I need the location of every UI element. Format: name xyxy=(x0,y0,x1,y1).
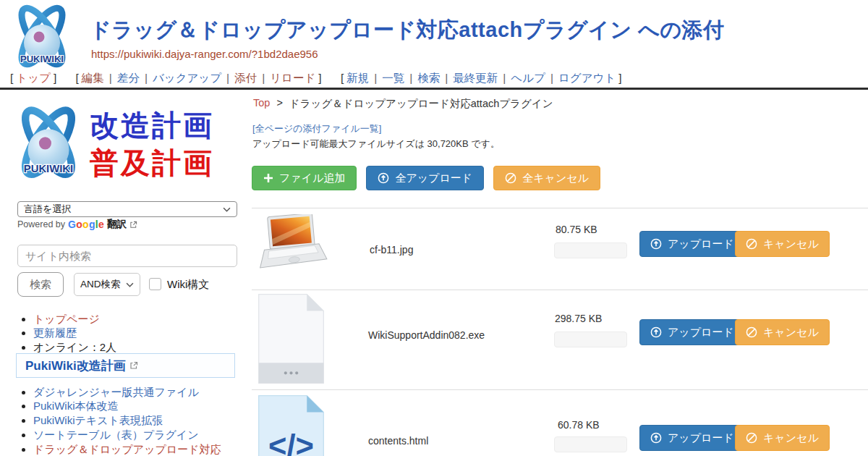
list-item: トップページ xyxy=(33,313,236,326)
site-logo-text: 改造計画 普及計画 xyxy=(90,106,214,182)
language-select-value: 言語を選択 xyxy=(24,203,71,216)
add-files-label: ファイル追加 xyxy=(279,172,345,185)
cancel-file-button[interactable]: キャンセル xyxy=(735,425,830,451)
plus-icon xyxy=(263,173,273,183)
upload-toolbar: ファイル追加 全アップロード 全キャンセル xyxy=(252,166,600,190)
sidebar-link-recent-changes[interactable]: 更新履歴 xyxy=(33,326,77,339)
external-link-icon xyxy=(129,221,137,229)
nav-link-list[interactable]: 一覧 xyxy=(382,72,404,84)
nav-link-reload[interactable]: リロード xyxy=(270,72,315,84)
cancel-label: キャンセル xyxy=(763,237,819,251)
cancel-all-button[interactable]: 全キャンセル xyxy=(493,166,600,190)
nav-link-attach[interactable]: 添付 xyxy=(234,72,257,84)
pukiwiki-logo[interactable]: PUKIWIKI xyxy=(6,3,78,71)
sidebar-link-core-mods[interactable]: PukiWiki本体改造 xyxy=(33,400,119,412)
separator: | xyxy=(262,72,265,84)
separator: | xyxy=(503,72,506,84)
separator: | xyxy=(445,72,448,84)
sidebar-link-text-ext[interactable]: PukiWikiテキスト表現拡張 xyxy=(33,414,163,426)
upload-all-label: 全アップロード xyxy=(395,172,472,185)
sidebar-link-common-files[interactable]: ダジャレンジャー版共通ファイル xyxy=(33,386,199,398)
nav-link-top[interactable]: トップ xyxy=(16,72,51,84)
breadcrumb-current: ドラッグ＆ドロップアップロード対応attachプラグイン xyxy=(289,97,553,111)
list-item: 更新履歴 xyxy=(33,326,236,339)
search-button[interactable]: 検索 xyxy=(17,272,64,297)
upload-file-button[interactable]: アップロード xyxy=(639,319,745,345)
bracket: ] xyxy=(318,72,321,84)
nav-link-search[interactable]: 検索 xyxy=(417,72,440,84)
cancel-circle-icon xyxy=(746,432,757,444)
chevron-down-icon xyxy=(223,207,231,212)
upload-circle-icon xyxy=(650,432,662,444)
logo-brand-text: PUKIWIKI xyxy=(20,54,64,64)
list-item: ソートテーブル（表）プラグイン xyxy=(33,428,236,442)
upload-file-button[interactable]: アップロード xyxy=(639,425,745,451)
separator: | xyxy=(109,72,112,84)
nav-link-backup[interactable]: バックアップ xyxy=(153,72,221,84)
sidebar-site-logo[interactable]: PUKIWIKI 改造計画 普及計画 xyxy=(7,100,239,188)
cancel-circle-icon xyxy=(746,238,757,250)
nav-link-recent[interactable]: 最終更新 xyxy=(453,72,498,84)
upload-label: アップロード xyxy=(668,431,734,445)
page-url-link[interactable]: https://pukiwiki.dajya-ranger.com/?1bd2d… xyxy=(91,48,318,60)
google-logo: Google xyxy=(68,219,104,230)
nav-divider xyxy=(0,88,868,90)
nav-link-new[interactable]: 新規 xyxy=(346,72,369,84)
search-mode-select[interactable]: AND検索 xyxy=(74,273,140,296)
sidebar-link-list-top: トップページ 更新履歴 オンライン：2人 xyxy=(19,311,236,355)
sidebar-link-toppage[interactable]: トップページ xyxy=(33,313,100,325)
generic-file-icon xyxy=(257,292,326,387)
nav-link-logout[interactable]: ログアウト xyxy=(558,72,616,84)
cancel-all-label: 全キャンセル xyxy=(522,172,589,185)
sidebar-link-dragdrop-attach[interactable]: ドラッグ＆ドロップアップロード対応attachプラグイン xyxy=(33,443,221,456)
bracket: [ xyxy=(76,72,79,84)
search-mode-value: AND検索 xyxy=(80,278,121,291)
separator: | xyxy=(226,72,229,84)
logo-brand-text: PUKIWIKI xyxy=(24,163,73,174)
powered-by-text: Powered by xyxy=(17,219,65,229)
upload-circle-icon xyxy=(650,238,662,250)
upload-circle-icon xyxy=(378,172,389,184)
nav-group-top: [トップ] xyxy=(7,72,59,84)
file-name: cf-b11.jpg xyxy=(370,244,413,256)
upload-file-button[interactable]: アップロード xyxy=(639,231,745,257)
breadcrumb-separator: > xyxy=(276,97,282,111)
row-divider xyxy=(252,389,868,390)
chevron-down-icon xyxy=(126,282,134,287)
cancel-circle-icon xyxy=(505,172,516,184)
nav-link-help[interactable]: ヘルプ xyxy=(511,72,545,84)
cancel-file-button[interactable]: キャンセル xyxy=(735,231,830,257)
list-item: PukiWiki本体改造 xyxy=(33,400,236,413)
progress-bar xyxy=(554,242,627,258)
breadcrumb: Top > ドラッグ＆ドロップアップロード対応attachプラグイン xyxy=(253,97,553,111)
sidebar-online-count: オンライン：2人 xyxy=(33,341,116,353)
site-search-input[interactable] xyxy=(17,245,237,267)
translate-label: 翻訳 xyxy=(107,218,127,231)
pukiwiki-attach-page: PUKIWIKI ドラッグ＆ドロップアップロード対応attachプラグイン への… xyxy=(0,0,868,456)
nav-group-page: [編集|差分|バックアップ|添付|リロード] xyxy=(73,72,325,84)
nav-link-diff[interactable]: 差分 xyxy=(117,72,140,84)
progress-bar xyxy=(554,332,627,347)
file-size: 80.75 KB xyxy=(556,224,597,235)
breadcrumb-top-link[interactable]: Top xyxy=(253,97,270,111)
add-files-button[interactable]: ファイル追加 xyxy=(252,166,357,190)
sidebar-link-sort-table[interactable]: ソートテーブル（表）プラグイン xyxy=(33,428,199,441)
file-name: WikiSupportAddin082.exe xyxy=(368,329,485,341)
list-item: ダジャレンジャー版共通ファイル xyxy=(33,386,236,399)
external-link-icon xyxy=(129,361,138,370)
language-select[interactable]: 言語を選択 xyxy=(17,201,237,217)
bracket: [ xyxy=(341,72,344,84)
html-file-icon: </> xyxy=(257,394,326,456)
cancel-file-button[interactable]: キャンセル xyxy=(735,319,830,345)
file-size: 298.75 KB xyxy=(555,313,602,324)
site-box-pukiwiki-kaizou[interactable]: PukiWiki改造計画 xyxy=(16,353,235,378)
list-item: オンライン：2人 xyxy=(33,341,236,354)
nav-link-edit[interactable]: 編集 xyxy=(82,72,104,84)
progress-bar xyxy=(554,436,627,452)
upload-label: アップロード xyxy=(668,326,734,339)
wiki-syntax-label: Wiki構文 xyxy=(167,278,209,292)
all-attachments-link[interactable]: [全ページの添付ファイル一覧] xyxy=(252,122,381,135)
list-item: PukiWikiテキスト表現拡張 xyxy=(33,414,236,427)
upload-all-button[interactable]: 全アップロード xyxy=(366,166,484,190)
wiki-syntax-checkbox[interactable] xyxy=(149,278,161,290)
